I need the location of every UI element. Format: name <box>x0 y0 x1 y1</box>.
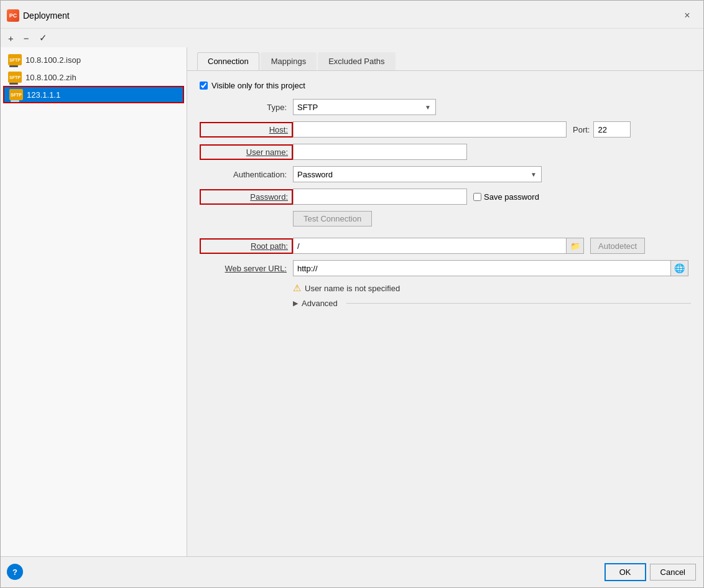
sftp-icon-3: SFTP <box>9 89 23 100</box>
password-input[interactable] <box>293 189 467 205</box>
port-label: Port: <box>573 125 593 134</box>
username-input[interactable] <box>293 144 467 160</box>
username-row: User name: <box>200 144 691 160</box>
auth-select-wrapper: Password Key pair OpenSSH config and aut… <box>293 166 542 182</box>
visible-only-label[interactable]: Visible only for this project <box>211 81 305 90</box>
password-controls: Save password <box>293 189 539 205</box>
visible-only-checkbox[interactable] <box>200 82 208 90</box>
close-button[interactable]: × <box>679 7 696 24</box>
test-connection-row: Test Connection <box>200 211 691 231</box>
test-connection-button[interactable]: Test Connection <box>293 211 372 226</box>
warning-text: User name is not specified <box>305 284 400 293</box>
type-row: Type: SFTP FTP FTPS <box>200 99 691 115</box>
host-row: Host: Port: <box>200 121 691 138</box>
root-path-row: Root path: 📁 Autodetect <box>200 238 691 254</box>
advanced-label: Advanced <box>302 299 338 308</box>
sidebar-item-2[interactable]: SFTP 10.8.100.2.zih <box>1 68 187 86</box>
type-label: Type: <box>200 103 293 112</box>
root-path-controls: 📁 Autodetect <box>293 238 645 254</box>
main-content: SFTP 10.8.100.2.isop SFTP 10.8.100.2.zih… <box>1 47 703 556</box>
root-path-input[interactable] <box>293 238 567 254</box>
web-url-controls: 🌐 <box>293 260 688 276</box>
warning-row: ⚠ User name is not specified <box>293 282 691 294</box>
tab-mappings[interactable]: Mappings <box>261 52 317 70</box>
tab-excluded-paths[interactable]: Excluded Paths <box>318 52 395 70</box>
form-area: Visible only for this project Type: SFTP… <box>187 71 703 556</box>
auth-label: Authentication: <box>200 170 293 179</box>
sftp-icon-2: SFTP <box>8 72 22 83</box>
add-button[interactable]: + <box>6 32 16 45</box>
sidebar-label-1: 10.8.100.2.isop <box>25 55 81 65</box>
advanced-divider <box>346 303 691 304</box>
type-select-wrapper: SFTP FTP FTPS <box>293 99 436 115</box>
tab-connection[interactable]: Connection <box>197 52 259 70</box>
help-button[interactable]: ? <box>7 564 23 580</box>
host-label: Host: <box>200 122 293 138</box>
sidebar-label-2: 10.8.100.2.zih <box>25 73 76 82</box>
right-panel: Connection Mappings Excluded Paths Visib… <box>187 47 703 556</box>
web-url-label: Web server URL: <box>200 264 293 273</box>
sidebar-label-3: 123.1.1.1 <box>27 90 60 100</box>
host-input[interactable] <box>293 121 567 138</box>
password-label: Password: <box>200 189 293 205</box>
username-label: User name: <box>200 144 293 160</box>
app-icon: PC <box>7 9 19 22</box>
save-password-checkbox[interactable] <box>473 193 481 201</box>
sidebar-item-1[interactable]: SFTP 10.8.100.2.isop <box>1 51 187 68</box>
sidebar: SFTP 10.8.100.2.isop SFTP 10.8.100.2.zih… <box>1 47 187 556</box>
titlebar: PC Deployment × <box>1 1 703 29</box>
autodetect-button[interactable]: Autodetect <box>590 238 645 254</box>
web-url-input[interactable] <box>293 260 671 276</box>
sftp-icon-1: SFTP <box>8 54 22 65</box>
root-path-label: Root path: <box>200 238 293 254</box>
folder-browse-button[interactable]: 📁 <box>567 238 584 254</box>
web-url-row: Web server URL: 🌐 <box>200 260 691 276</box>
sidebar-item-3[interactable]: SFTP 123.1.1.1 <box>3 86 184 103</box>
visible-only-row: Visible only for this project <box>200 81 691 90</box>
advanced-arrow-icon: ▶ <box>293 299 298 307</box>
type-select[interactable]: SFTP FTP FTPS <box>293 99 436 115</box>
auth-select[interactable]: Password Key pair OpenSSH config and aut… <box>293 166 542 182</box>
password-row: Password: Save password <box>200 189 691 205</box>
bottom-bar: OK Cancel <box>1 556 703 587</box>
save-password-label[interactable]: Save password <box>473 192 539 202</box>
advanced-row[interactable]: ▶ Advanced <box>293 299 691 308</box>
tabs-bar: Connection Mappings Excluded Paths <box>187 47 703 71</box>
check-button[interactable]: ✓ <box>37 31 50 45</box>
toolbar: + − ✓ <box>1 29 703 47</box>
ok-button[interactable]: OK <box>604 563 646 581</box>
port-input[interactable] <box>593 121 631 138</box>
dialog-title: Deployment <box>23 11 70 21</box>
cancel-button[interactable]: Cancel <box>650 564 696 581</box>
auth-row: Authentication: Password Key pair OpenSS… <box>200 166 691 182</box>
warning-icon: ⚠ <box>293 282 301 294</box>
globe-button[interactable]: 🌐 <box>671 260 688 276</box>
remove-button[interactable]: − <box>21 32 32 45</box>
